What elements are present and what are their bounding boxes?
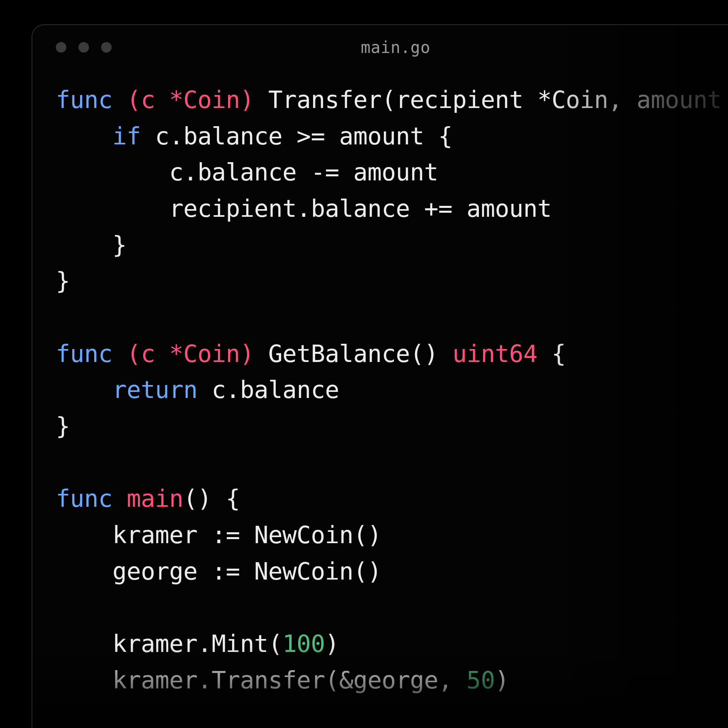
- filename-label: main.go: [361, 38, 430, 57]
- code-line: }: [56, 263, 728, 299]
- code-line: }: [56, 227, 728, 263]
- close-icon[interactable]: [56, 42, 66, 53]
- code-line: }: [56, 408, 728, 444]
- editor-window: main.go func (c *Coin) Transfer(recipien…: [32, 24, 728, 728]
- code-line: if c.balance >= amount {: [56, 118, 728, 154]
- window-controls: [56, 42, 112, 53]
- code-line: return c.balance: [56, 372, 728, 408]
- code-line: [56, 589, 728, 626]
- minimize-icon[interactable]: [78, 42, 89, 53]
- code-line: kramer := NewCoin(): [56, 517, 728, 553]
- code-line: kramer.Transfer(&george, 50): [56, 662, 728, 698]
- code-editor[interactable]: func (c *Coin) Transfer(recipient *Coin,…: [32, 70, 728, 698]
- code-line: func (c *Coin) GetBalance() uint64 {: [56, 336, 728, 372]
- code-line: [56, 299, 728, 336]
- code-line: func main() {: [56, 480, 728, 517]
- code-line: kramer.Mint(100): [56, 626, 728, 662]
- code-line: c.balance -= amount: [56, 154, 728, 190]
- code-line: func (c *Coin) Transfer(recipient *Coin,…: [56, 82, 728, 118]
- titlebar: main.go: [32, 25, 728, 70]
- code-line: recipient.balance += amount: [56, 190, 728, 227]
- code-line: [56, 444, 728, 481]
- zoom-icon[interactable]: [101, 42, 112, 53]
- code-line: george := NewCoin(): [56, 553, 728, 590]
